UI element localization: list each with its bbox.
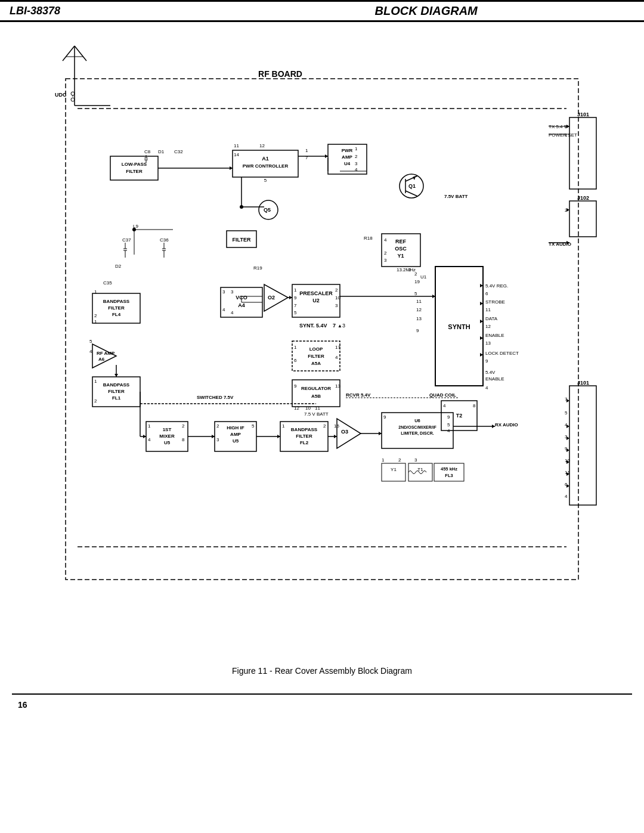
svg-text:11: 11 <box>485 307 491 312</box>
document-number: LBI-38378 <box>10 5 218 17</box>
svg-text:16: 16 <box>334 423 339 429</box>
svg-text:▲: ▲ <box>338 323 342 329</box>
svg-text:FILTER: FILTER <box>108 305 125 311</box>
svg-text:6: 6 <box>294 358 297 363</box>
svg-text:2: 2 <box>408 268 411 272</box>
svg-text:C35: C35 <box>103 280 112 286</box>
svg-text:6: 6 <box>485 291 488 296</box>
diagram-container: UDC RF BOARD J101 TX 5.4 V POWER SET 5 1… <box>30 28 614 714</box>
svg-text:AMP: AMP <box>230 432 241 437</box>
svg-text:C32: C32 <box>174 149 183 154</box>
svg-text:7: 7 <box>294 303 297 308</box>
svg-text:1: 1 <box>355 146 358 151</box>
svg-text:2: 2 <box>182 423 185 429</box>
svg-text:FL1: FL1 <box>112 395 121 401</box>
svg-text:13: 13 <box>335 383 340 389</box>
svg-text:4: 4 <box>148 437 151 442</box>
svg-text:FILTER: FILTER <box>233 237 251 243</box>
svg-text:Q1: Q1 <box>408 183 416 189</box>
svg-text:3: 3 <box>355 161 358 166</box>
svg-text:455 kHz: 455 kHz <box>441 466 457 472</box>
svg-text:5.4V REG.: 5.4V REG. <box>485 283 508 289</box>
svg-text:9: 9 <box>294 383 297 389</box>
svg-text:2: 2 <box>355 154 358 159</box>
svg-text:3: 3 <box>222 289 225 295</box>
svg-text:12: 12 <box>485 324 491 329</box>
svg-marker-115 <box>337 419 361 448</box>
svg-text:BANDPASS: BANDPASS <box>103 382 130 388</box>
svg-text:REGULATOR: REGULATOR <box>301 386 331 391</box>
svg-text:4: 4 <box>335 355 338 360</box>
svg-text:9: 9 <box>294 295 297 301</box>
svg-text:3: 3 <box>414 457 417 463</box>
svg-line-2 <box>75 46 86 61</box>
svg-text:LOW-PASS: LOW-PASS <box>122 162 147 167</box>
svg-text:11: 11 <box>234 143 239 148</box>
svg-text:MIXER: MIXER <box>159 433 175 439</box>
svg-text:PWR CONTROLLER: PWR CONTROLLER <box>243 163 289 169</box>
svg-text:FILTER: FILTER <box>126 169 143 174</box>
page-title: BLOCK DIAGRAM <box>218 4 634 18</box>
svg-text:REF: REF <box>395 239 407 244</box>
svg-text:Y1: Y1 <box>397 253 404 259</box>
svg-text:AMP: AMP <box>342 154 352 160</box>
svg-text:12: 12 <box>259 143 265 148</box>
svg-text:U5: U5 <box>233 438 239 444</box>
svg-text:4: 4 <box>565 494 568 499</box>
svg-text:1: 1 <box>94 289 97 295</box>
svg-text:FL4: FL4 <box>112 312 121 317</box>
svg-text:5: 5 <box>414 291 417 296</box>
svg-text:2: 2 <box>335 287 338 293</box>
block-diagram-svg: UDC RF BOARD J101 TX 5.4 V POWER SET 5 1… <box>30 28 614 624</box>
svg-text:A6: A6 <box>98 357 105 362</box>
svg-text:R19: R19 <box>253 265 262 271</box>
svg-rect-24 <box>110 156 158 180</box>
svg-text:11: 11 <box>416 299 422 304</box>
svg-text:O3: O3 <box>341 429 348 435</box>
svg-text:5.4V: 5.4V <box>316 323 327 329</box>
svg-text:POWER SET: POWER SET <box>549 132 577 138</box>
svg-text:FILTER: FILTER <box>108 389 125 394</box>
svg-text:2: 2 <box>216 423 219 429</box>
svg-text:A4: A4 <box>238 302 245 308</box>
svg-text:1: 1 <box>382 457 385 463</box>
svg-text:4: 4 <box>222 307 225 312</box>
svg-text:R18: R18 <box>364 236 373 241</box>
svg-text:UDC: UDC <box>55 92 67 98</box>
svg-text:17: 17 <box>335 345 340 350</box>
svg-text:RF AMP: RF AMP <box>97 351 115 356</box>
svg-marker-83 <box>92 344 116 368</box>
svg-text:SYNT.: SYNT. <box>299 323 315 329</box>
svg-text:2: 2 <box>384 250 387 256</box>
svg-text:5: 5 <box>252 423 255 429</box>
svg-text:5: 5 <box>565 410 568 416</box>
svg-text:1: 1 <box>294 287 297 293</box>
svg-text:9: 9 <box>485 358 488 364</box>
svg-text:C37: C37 <box>122 237 131 243</box>
svg-text:PWR: PWR <box>342 148 353 153</box>
svg-point-274 <box>132 228 136 231</box>
svg-text:19: 19 <box>414 279 420 284</box>
svg-text:LOCK DETECT: LOCK DETECT <box>485 351 519 356</box>
svg-text:2: 2 <box>94 313 97 318</box>
svg-text:14: 14 <box>234 152 239 157</box>
svg-text:J101: J101 <box>577 112 589 117</box>
svg-text:12: 12 <box>416 307 422 312</box>
svg-text:U6: U6 <box>414 418 420 423</box>
svg-text:1ST: 1ST <box>163 427 172 432</box>
svg-text:LOOP: LOOP <box>309 346 323 352</box>
svg-text:4: 4 <box>89 349 92 354</box>
svg-text:J101: J101 <box>577 380 589 386</box>
svg-text:5: 5 <box>294 310 297 315</box>
svg-text:RX AUDIO: RX AUDIO <box>495 422 518 428</box>
svg-rect-224 <box>569 386 596 505</box>
svg-text:C8: C8 <box>144 149 151 154</box>
svg-text:7.5 V BATT: 7.5 V BATT <box>304 411 329 417</box>
svg-text:5: 5 <box>89 339 92 344</box>
svg-text:U2: U2 <box>312 298 320 304</box>
svg-text:FL3: FL3 <box>445 473 453 478</box>
svg-text:1: 1 <box>94 319 97 324</box>
svg-text:4: 4 <box>231 310 234 315</box>
svg-text:FL2: FL2 <box>300 440 309 445</box>
svg-rect-10 <box>569 117 596 189</box>
